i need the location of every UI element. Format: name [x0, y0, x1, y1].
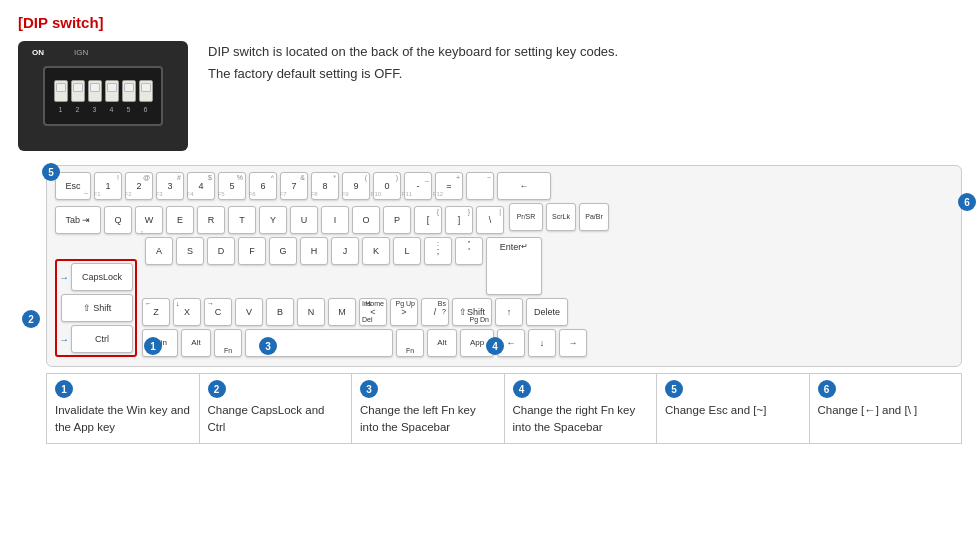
key-g: G	[269, 237, 297, 265]
key-j: J	[331, 237, 359, 265]
key-w: W	[135, 206, 163, 234]
key-q: Q	[104, 206, 132, 234]
legend-item-5: 5 Change Esc and [~]	[657, 374, 810, 443]
key-2: @2F2	[125, 172, 153, 200]
key-capslock: CapsLock	[71, 263, 133, 291]
keyboard-section: 5 6 2 1 3 4 Esc ~ !1F1 @2F2 #3F3 $4F4 %5…	[46, 165, 962, 367]
key-9: (9F9	[342, 172, 370, 200]
legend-badge-4: 4	[513, 380, 531, 398]
page-title: [DIP switch]	[18, 14, 962, 31]
dip-switch-body: 1 2 3 4 5 6	[43, 66, 163, 126]
key-p: P	[383, 206, 411, 234]
legend-text-2: Change CapsLock and Ctrl	[208, 402, 344, 437]
badge-1: 1	[144, 337, 162, 355]
key-u: U	[290, 206, 318, 234]
key-e: E	[166, 206, 194, 234]
legend-item-1: 1 Invalidate the Win key and the App key	[47, 374, 200, 443]
dip-switch-6	[139, 80, 153, 102]
key-a: A	[145, 237, 173, 265]
key-comma: InsHomeDel<	[359, 298, 387, 326]
key-l: L	[393, 237, 421, 265]
key-quote: "'	[455, 237, 483, 265]
key-4: $4F4	[187, 172, 215, 200]
legend-text-6: Change [←] and [\ ]	[818, 402, 954, 419]
key-tab: Tab ⇥	[55, 206, 101, 234]
legend-badge-3: 3	[360, 380, 378, 398]
key-arrow-up: ↑	[495, 298, 523, 326]
legend-item-4: 4 Change the right Fn key into the Space…	[505, 374, 658, 443]
legend-badge-2: 2	[208, 380, 226, 398]
badge-4: 4	[486, 337, 504, 355]
key-h: H	[300, 237, 328, 265]
dip-switch-2	[71, 80, 85, 102]
key-d: D	[207, 237, 235, 265]
key-t: T	[228, 206, 256, 234]
key-7: &7F7	[280, 172, 308, 200]
badge-3: 3	[259, 337, 277, 355]
legend-text-1: Invalidate the Win key and the App key	[55, 402, 191, 437]
key-backspace: ←	[497, 172, 551, 200]
dip-labels: 1 2 3 4 5 6	[54, 106, 153, 113]
key-backslash: |\	[476, 206, 504, 234]
dip-switch-3	[88, 80, 102, 102]
legend-text-5: Change Esc and [~]	[665, 402, 801, 419]
desc-line1: DIP switch is located on the back of the…	[208, 41, 618, 63]
key-r: R	[197, 206, 225, 234]
dip-switch-5	[122, 80, 136, 102]
legend-num-3: 3	[360, 380, 496, 398]
key-pause: Pa/Br	[579, 203, 609, 231]
key-c: →C	[204, 298, 232, 326]
dip-switches	[54, 80, 153, 102]
key-rbracket: }]	[445, 206, 473, 234]
legend: 1 Invalidate the Win key and the App key…	[46, 373, 962, 444]
key-prtscr: Pr/SR	[509, 203, 543, 231]
key-z: ←Z	[142, 298, 170, 326]
key-s: S	[176, 237, 204, 265]
legend-badge-5: 5	[665, 380, 683, 398]
legend-text-3: Change the left Fn key into the Spacebar	[360, 402, 496, 437]
key-fn-left: Fn	[214, 329, 242, 357]
key-b: B	[266, 298, 294, 326]
legend-text-4: Change the right Fn key into the Spaceba…	[513, 402, 649, 437]
z-row-keys: ←Z ↓X →C V B N M InsHomeDel< Pg Up> Bs?/…	[142, 298, 587, 326]
key-alt-right: Alt	[427, 329, 457, 357]
keyboard: Esc ~ !1F1 @2F2 #3F3 $4F4 %5F5 ^6F6 &7F7…	[46, 165, 962, 367]
key-o: O	[352, 206, 380, 234]
legend-badge-6: 6	[818, 380, 836, 398]
key-5: %5F5	[218, 172, 246, 200]
legend-item-3: 3 Change the left Fn key into the Spaceb…	[352, 374, 505, 443]
legend-num-2: 2	[208, 380, 344, 398]
badge-6: 6	[958, 193, 976, 211]
legend-num-1: 1	[55, 380, 191, 398]
key-i: I	[321, 206, 349, 234]
key-equals: +=F12	[435, 172, 463, 200]
key-alt-left: Alt	[181, 329, 211, 357]
badge-2: 2	[22, 310, 40, 328]
space-row-keys: Win Alt Fn Fn Alt App ← ↓ →	[142, 329, 587, 357]
key-6: ^6F6	[249, 172, 277, 200]
desc-line2: The factory default setting is OFF.	[208, 63, 618, 85]
key-slash: Bs?/	[421, 298, 449, 326]
key-tilde: ~	[466, 172, 494, 200]
row-esc: Esc ~ !1F1 @2F2 #3F3 $4F4 %5F5 ^6F6 &7F7…	[55, 172, 953, 200]
ctrl-row-label: → Ctrl	[59, 325, 133, 353]
badge-5: 5	[42, 163, 60, 181]
home-row-keys: ↑ A S D F G H J K L :; "' En	[142, 237, 587, 295]
main-page: [DIP switch] ON IGN 1 2	[0, 0, 980, 458]
dip-switch-1	[54, 80, 68, 102]
legend-num-5: 5	[665, 380, 801, 398]
key-period: Pg Up>	[390, 298, 418, 326]
legend-item-2: 2 Change CapsLock and Ctrl	[200, 374, 353, 443]
row-tab: Tab ⇥ Q W E R T Y U I O P {[ }] |\ Pr/SR…	[55, 203, 953, 234]
key-n: N	[297, 298, 325, 326]
legend-item-6: 6 Change [←] and [\ ]	[810, 374, 962, 443]
dip-switch-4	[105, 80, 119, 102]
key-arrow-right: →	[559, 329, 587, 357]
capslock-row: → CapsLock	[59, 263, 133, 291]
dip-image: ON IGN 1 2 3 4 5 6	[18, 41, 188, 151]
key-lbracket: {[	[414, 206, 442, 234]
key-f: F	[238, 237, 266, 265]
key-prscr-area: Pr/SR ScrLk Pa/Br	[509, 203, 609, 234]
key-shift: ⇧ Shift	[61, 294, 133, 322]
key-enter: Enter↵	[486, 237, 542, 295]
